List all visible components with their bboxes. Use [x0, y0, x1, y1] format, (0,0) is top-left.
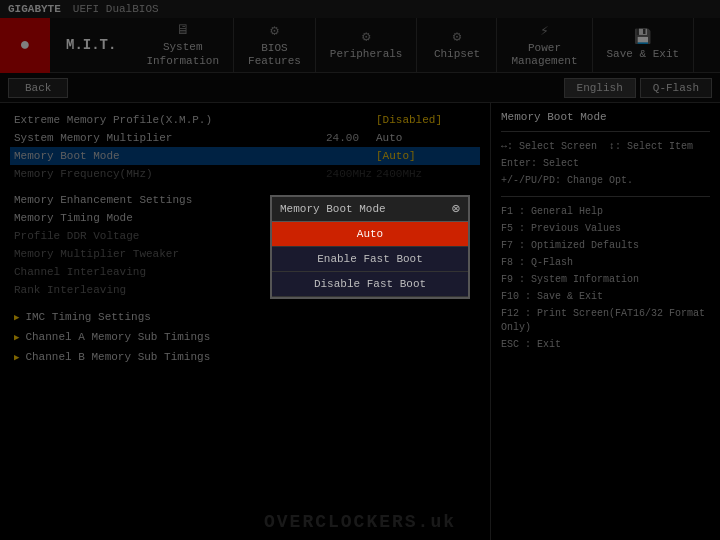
shortcut-f10: F10 : Save & Exit: [501, 290, 710, 304]
title-bar: GIGABYTE UEFI DualBIOS: [0, 0, 720, 18]
qflash-button[interactable]: Q-Flash: [640, 78, 712, 98]
left-panel: Extreme Memory Profile(X.M.P.) [Disabled…: [0, 103, 490, 540]
shortcut-f8: F8 : Q-Flash: [501, 256, 710, 270]
popup-option-enable-fast-boot[interactable]: Enable Fast Boot: [272, 247, 468, 272]
channel-a-memory-sub-timings[interactable]: Channel A Memory Sub Timings: [10, 327, 480, 347]
imc-timing-settings[interactable]: IMC Timing Settings: [10, 307, 480, 327]
shortcut-f7: F7 : Optimized Defaults: [501, 239, 710, 253]
nav-tab-peripherals[interactable]: ⚙ Peripherals: [316, 18, 418, 73]
nav-tab-bios-features[interactable]: ⚙ BIOSFeatures: [234, 18, 316, 73]
nav-tabs: 🖥 SystemInformation ⚙ BIOSFeatures ⚙ Per…: [132, 18, 720, 73]
back-button[interactable]: Back: [8, 78, 68, 98]
nav-tab-system-info[interactable]: 🖥 SystemInformation: [132, 18, 234, 73]
nav-bar: ● M.I.T. 🖥 SystemInformation ⚙ BIOSFeatu…: [0, 18, 720, 73]
shortcut-f1: F1 : General Help: [501, 205, 710, 219]
popup-option-auto[interactable]: Auto: [272, 222, 468, 247]
chipset-icon: ⚙: [453, 28, 461, 45]
shortcut-f5: F5 : Previous Values: [501, 222, 710, 236]
nav-tab-save-exit[interactable]: 💾 Save & Exit: [593, 18, 695, 73]
help-divider: [501, 131, 710, 132]
nav-mit[interactable]: M.I.T.: [50, 18, 132, 73]
popup-header: Memory Boot Mode ⊗: [272, 197, 468, 222]
setting-xmp[interactable]: Extreme Memory Profile(X.M.P.) [Disabled…: [10, 111, 480, 129]
action-right: English Q-Flash: [564, 78, 712, 98]
memory-boot-mode-popup[interactable]: Memory Boot Mode ⊗ Auto Enable Fast Boot…: [270, 195, 470, 299]
action-bar: Back English Q-Flash: [0, 73, 720, 103]
setting-memory-boot-mode[interactable]: Memory Boot Mode [Auto]: [10, 147, 480, 165]
save-icon: 💾: [634, 28, 651, 45]
shortcut-select-screen: ↔: Select Screen ↕: Select Item: [501, 140, 710, 154]
shortcut-f12: F12 : Print Screen(FAT16/32 Format Only): [501, 307, 710, 335]
nav-tab-power-mgmt[interactable]: ⚡ PowerManagement: [497, 18, 592, 73]
power-icon: ⚡: [540, 22, 548, 39]
help-title: Memory Boot Mode: [501, 111, 710, 123]
system-info-icon: 🖥: [176, 22, 190, 38]
popup-option-disable-fast-boot[interactable]: Disable Fast Boot: [272, 272, 468, 297]
right-panel: Memory Boot Mode ↔: Select Screen ↕: Sel…: [490, 103, 720, 540]
shortcut-change: +/-/PU/PD: Change Opt.: [501, 174, 710, 188]
main-content: Extreme Memory Profile(X.M.P.) [Disabled…: [0, 103, 720, 540]
shortcut-enter: Enter: Select: [501, 157, 710, 171]
popup-close-button[interactable]: ⊗: [452, 202, 460, 216]
language-button[interactable]: English: [564, 78, 636, 98]
logo: ●: [0, 18, 50, 73]
shortcut-f9: F9 : System Information: [501, 273, 710, 287]
peripherals-icon: ⚙: [362, 28, 370, 45]
bios-features-icon: ⚙: [270, 22, 278, 39]
brand-label: GIGABYTE: [8, 3, 61, 15]
setting-memory-multiplier[interactable]: System Memory Multiplier 24.00 Auto: [10, 129, 480, 147]
popup-title: Memory Boot Mode: [280, 203, 386, 215]
shortcut-esc: ESC : Exit: [501, 338, 710, 352]
setting-memory-freq: Memory Frequency(MHz) 2400MHz 2400MHz: [10, 165, 480, 183]
channel-b-memory-sub-timings[interactable]: Channel B Memory Sub Timings: [10, 347, 480, 367]
nav-tab-chipset[interactable]: ⚙ Chipset: [417, 18, 497, 73]
uefi-label: UEFI DualBIOS: [73, 3, 159, 15]
help-divider2: [501, 196, 710, 197]
